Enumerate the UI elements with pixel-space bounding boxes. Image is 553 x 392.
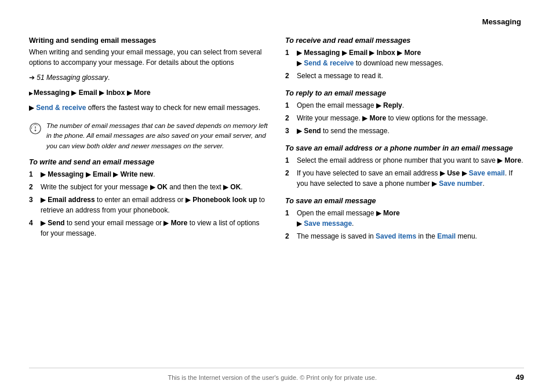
right-column: To receive and read email messages 1 ▶ M… — [285, 36, 524, 250]
save-message-step-1-content: Open the email message ▶ More ▶ Save mes… — [297, 208, 524, 229]
main-content: Writing and sending email messages When … — [29, 36, 524, 250]
receive-steps: 1 ▶ Messaging ▶ Email ▶ Inbox ▶ More ▶ S… — [285, 47, 524, 81]
page-header: Messaging — [29, 17, 524, 26]
receive-step-2-content: Select a message to read it. — [297, 71, 524, 81]
save-address-section: To save an email address or a phone numb… — [285, 144, 524, 189]
step-num-1: 1 — [29, 169, 37, 179]
save-address-step-num-2: 2 — [285, 168, 293, 189]
receive-step-1: 1 ▶ Messaging ▶ Email ▶ Inbox ▶ More ▶ S… — [285, 47, 524, 68]
step-2-content: Write the subject for your message ▶ OK … — [41, 182, 268, 192]
save-message-step-2: 2 The message is saved in Saved items in… — [285, 231, 524, 241]
step-3-content: ▶ Email address to enter an email addres… — [41, 195, 268, 215]
reply-step-num-2: 2 — [285, 113, 293, 123]
save-address-steps: 1 Select the email address or phone numb… — [285, 155, 524, 189]
step-1-content: ▶ Messaging ▶ Email ▶ Write new. — [41, 169, 268, 179]
step-2: 2 Write the subject for your message ▶ O… — [29, 182, 268, 192]
reply-steps: 1 Open the email message ▶ Reply. 2 Writ… — [285, 100, 524, 136]
step-4-content: ▶ Send to send your email message or ▶ M… — [41, 218, 268, 239]
save-address-step-1-content: Select the email address or phone number… — [297, 155, 524, 166]
footer-text: This is the Internet version of the user… — [29, 374, 516, 381]
save-address-step-2: 2 If you have selected to save an email … — [285, 168, 524, 189]
note-text: The number of email messages that can be… — [46, 121, 268, 151]
reply-step-num-1: 1 — [285, 100, 293, 111]
step-4: 4 ▶ Send to send your email message or ▶… — [29, 218, 268, 239]
writing-body1: When writing and sending your email mess… — [29, 47, 268, 68]
reply-step-2-content: Write your message. ▶ More to view optio… — [297, 113, 524, 123]
save-address-step-1: 1 Select the email address or phone numb… — [285, 155, 524, 166]
reply-section: To reply to an email message 1 Open the … — [285, 89, 524, 136]
writing-nav-line: Messaging ▶ Email ▶ Inbox ▶ More — [29, 87, 268, 98]
note-box: The number of email messages that can be… — [29, 121, 268, 151]
note-icon — [29, 122, 42, 135]
save-address-step-2-content: If you have selected to save an email ad… — [297, 168, 524, 189]
send-receive-line: ▶ Send & receive offers the fastest way … — [29, 102, 268, 113]
arrow-icon — [29, 89, 34, 97]
reply-title: To reply to an email message — [285, 89, 524, 97]
save-message-step-num-2: 2 — [285, 231, 293, 241]
reply-step-3: 3 ▶ Send to send the message. — [285, 126, 524, 136]
receive-step-num-1: 1 — [285, 47, 293, 68]
svg-point-2 — [35, 130, 35, 130]
save-address-title: To save an email address or a phone numb… — [285, 144, 524, 152]
reply-step-3-content: ▶ Send to send the message. — [297, 126, 524, 136]
footer-page-number: 49 — [516, 373, 524, 382]
writing-title: Writing and sending email messages — [29, 36, 268, 45]
write-send-steps: 1 ▶ Messaging ▶ Email ▶ Write new. 2 Wri… — [29, 169, 268, 239]
receive-step-num-2: 2 — [285, 71, 293, 81]
save-message-section: To save an email message 1 Open the emai… — [285, 197, 524, 241]
step-3: 3 ▶ Email address to enter an email addr… — [29, 195, 268, 215]
page-footer: This is the Internet version of the user… — [29, 368, 524, 382]
reply-step-2: 2 Write your message. ▶ More to view opt… — [285, 113, 524, 123]
receive-section: To receive and read email messages 1 ▶ M… — [285, 36, 524, 81]
save-message-title: To save an email message — [285, 197, 524, 205]
save-message-steps: 1 Open the email message ▶ More ▶ Save m… — [285, 208, 524, 241]
save-message-step-1: 1 Open the email message ▶ More ▶ Save m… — [285, 208, 524, 229]
writing-ref-line: ➔ 51 Messaging glossary. — [29, 72, 268, 83]
step-num-3: 3 — [29, 195, 37, 215]
save-address-step-num-1: 1 — [285, 155, 293, 166]
reply-step-num-3: 3 — [285, 126, 293, 136]
left-column: Writing and sending email messages When … — [29, 36, 268, 250]
header-title: Messaging — [482, 17, 521, 26]
reply-step-1: 1 Open the email message ▶ Reply. — [285, 100, 524, 111]
step-1: 1 ▶ Messaging ▶ Email ▶ Write new. — [29, 169, 268, 179]
save-message-step-num-1: 1 — [285, 208, 293, 229]
receive-step-2: 2 Select a message to read it. — [285, 71, 524, 81]
write-send-title: To write and send an email message — [29, 158, 268, 166]
receive-title: To receive and read email messages — [285, 36, 524, 45]
save-message-step-2-content: The message is saved in Saved items in t… — [297, 231, 524, 241]
reply-step-1-content: Open the email message ▶ Reply. — [297, 100, 524, 111]
receive-step-1-content: ▶ Messaging ▶ Email ▶ Inbox ▶ More ▶ Sen… — [297, 47, 524, 68]
write-send-section: To write and send an email message 1 ▶ M… — [29, 158, 268, 239]
writing-section: Writing and sending email messages When … — [29, 36, 268, 113]
step-num-4: 4 — [29, 218, 37, 239]
step-num-2: 2 — [29, 182, 37, 192]
